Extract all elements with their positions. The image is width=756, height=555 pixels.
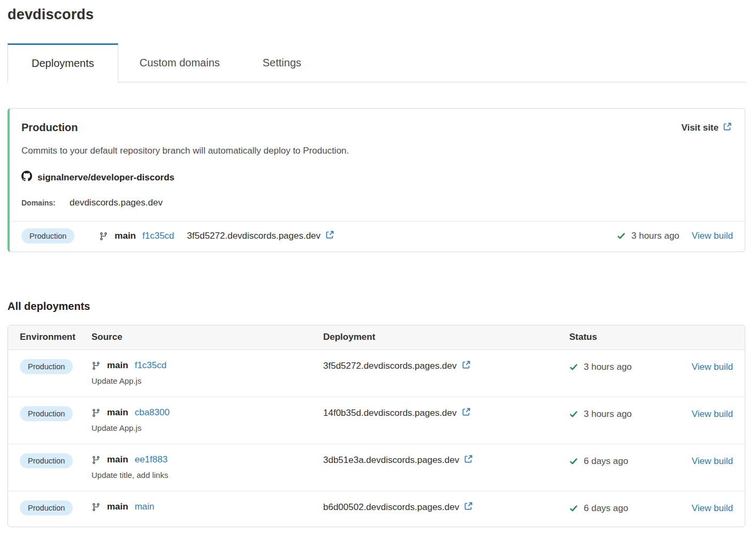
status-time: 6 days ago (584, 503, 628, 514)
git-branch-icon (91, 503, 101, 512)
domains-label: Domains: (21, 199, 70, 207)
branch-name: main (114, 231, 136, 241)
tab-label: Custom domains (140, 57, 220, 69)
environment-badge: Production (21, 229, 74, 244)
external-link-icon[interactable] (462, 360, 471, 372)
git-branch-icon (91, 455, 101, 465)
commit-message: Update App.js (91, 423, 323, 432)
deployment-url: b6d00502.devdiscords.pages.dev (323, 502, 459, 513)
commit-message: Update title, add links (91, 470, 323, 480)
deployment-url: 3f5d5272.devdiscords.pages.dev (323, 361, 457, 371)
tab-bar: Deployments Custom domains Settings (7, 43, 746, 82)
status-time: 3 hours ago (584, 362, 632, 372)
production-description: Commits to your default repository branc… (21, 146, 733, 156)
column-header-deployment: Deployment (323, 325, 569, 349)
check-icon (569, 363, 578, 371)
environment-badge: Production (20, 406, 73, 421)
commit-link[interactable]: f1c35cd (135, 360, 167, 371)
external-link-icon[interactable] (464, 501, 473, 513)
status-time: 6 days ago (584, 456, 628, 467)
git-branch-icon (99, 232, 108, 241)
external-link-icon[interactable] (325, 230, 334, 242)
deployment-url: 14f0b35d.devdiscords.pages.dev (323, 408, 457, 419)
external-link-icon[interactable] (464, 454, 473, 466)
branch-name: main (107, 501, 128, 512)
view-build-link[interactable]: View build (692, 362, 733, 372)
table-header-row: Environment Source Deployment Status (8, 325, 745, 350)
status-time: 3 hours ago (584, 409, 632, 420)
github-icon (21, 171, 32, 184)
tab-label: Deployments (32, 57, 94, 70)
check-icon (569, 504, 578, 513)
domain-value: devdiscords.pages.dev (70, 197, 163, 208)
view-build-link[interactable]: View build (692, 503, 733, 513)
deployment-url: 3f5d5272.devdiscords.pages.dev (187, 231, 321, 241)
production-deployment-row: Production main f1c35cd 3f5d5272.devdisc… (10, 222, 745, 252)
external-link-icon (723, 122, 732, 134)
commit-link[interactable]: main (135, 501, 155, 512)
commit-link[interactable]: cba8300 (135, 407, 170, 418)
visit-site-label: Visit site (681, 123, 719, 133)
commit-link[interactable]: ee1f883 (135, 454, 167, 465)
branch-name: main (107, 407, 128, 418)
view-build-link[interactable]: View build (692, 456, 733, 466)
tab-deployments[interactable]: Deployments (7, 43, 118, 82)
table-row: Production main f1c35cd Update App.js 3f… (8, 350, 745, 397)
tab-settings[interactable]: Settings (241, 43, 323, 82)
environment-badge: Production (20, 359, 73, 374)
production-card: Production Visit site Commits to your de… (7, 108, 745, 252)
column-header-source: Source (91, 325, 323, 349)
branch-name: main (107, 360, 128, 371)
git-branch-icon (91, 408, 101, 417)
deployments-table: Environment Source Deployment Status Pro… (7, 325, 745, 527)
check-icon (617, 232, 625, 240)
environment-badge: Production (20, 453, 73, 468)
table-row: Production main ee1f883 Update title, ad… (8, 444, 745, 491)
production-card-title: Production (21, 121, 78, 134)
table-row: Production main main b6d00502.devdiscord… (8, 491, 745, 527)
environment-badge: Production (20, 500, 73, 515)
repo-name: signalnerve/developer-discords (37, 172, 174, 183)
view-build-link[interactable]: View build (692, 231, 733, 241)
check-icon (569, 457, 578, 466)
page-title: devdiscords (7, 6, 745, 23)
all-deployments-title: All deployments (7, 300, 745, 313)
table-row: Production main cba8300 Update App.js 14… (8, 397, 745, 444)
git-branch-icon (91, 361, 101, 370)
deployment-url: 3db51e3a.devdiscords.pages.dev (323, 455, 459, 466)
external-link-icon[interactable] (462, 407, 471, 419)
column-header-status: Status (569, 325, 687, 349)
column-header-environment: Environment (20, 325, 91, 349)
check-icon (569, 410, 578, 419)
commit-link[interactable]: f1c35cd (142, 231, 174, 241)
tab-custom-domains[interactable]: Custom domains (118, 43, 241, 82)
tab-label: Settings (263, 57, 301, 69)
view-build-link[interactable]: View build (692, 409, 733, 419)
commit-message: Update App.js (91, 376, 323, 385)
branch-name: main (107, 454, 128, 465)
visit-site-link[interactable]: Visit site (681, 122, 732, 134)
status-time: 3 hours ago (631, 231, 679, 241)
